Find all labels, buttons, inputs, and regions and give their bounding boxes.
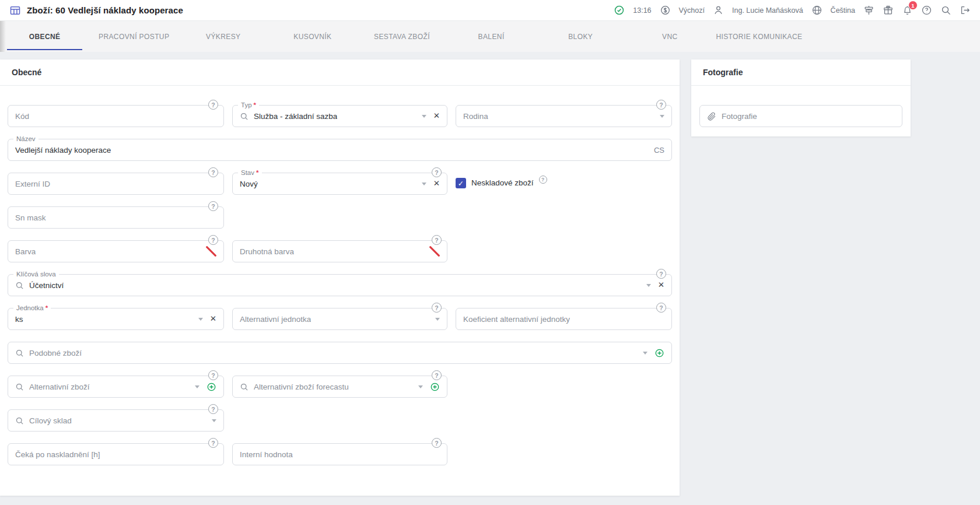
photos-panel-title: Fotografie (691, 59, 911, 86)
language-label[interactable]: Čeština (831, 6, 855, 15)
add-item-icon[interactable] (430, 382, 440, 392)
alternativni-zbozi-forecastu-field[interactable]: ? Alternativní zboží forecastu (232, 376, 447, 398)
alternativni-zbozi-forecastu-placeholder: Alternativní zboží forecastu (254, 383, 349, 391)
jednotka-field[interactable]: Jednotka* ks ✕ (8, 308, 224, 330)
field-help-icon[interactable]: ? (208, 438, 218, 448)
user-icon[interactable] (713, 5, 724, 16)
nazev-label: Název (13, 134, 38, 144)
jednotka-value: ks (15, 315, 23, 324)
tab-bloky[interactable]: BLOKY (536, 21, 625, 52)
field-help-icon[interactable]: ? (432, 167, 442, 177)
podobne-zbozi-placeholder: Podobné zboží (29, 349, 82, 357)
checkbox-checked-icon[interactable]: ✓ (456, 178, 466, 188)
tab-vnc[interactable]: VNC (625, 21, 715, 52)
tab-vykresy[interactable]: VÝKRESY (178, 21, 268, 52)
field-help-icon[interactable]: ? (208, 201, 218, 211)
klicova-slova-field[interactable]: Klíčová slova ? Účetnictví ✕ (8, 274, 672, 296)
profile-name[interactable]: Výchozí (679, 6, 705, 15)
general-panel: Obecné ? Kód Typ* Služba - základní sazb… (0, 59, 680, 496)
tab-historie-komunikace[interactable]: HISTORIE KOMUNIKACE (715, 21, 804, 52)
signpost-icon[interactable] (863, 5, 874, 16)
neskladove-zbozi-checkbox[interactable]: ✓ Neskladové zboží ? (456, 173, 547, 195)
clock-time: 13:16 (633, 6, 651, 15)
kod-field[interactable]: ? Kód (8, 105, 224, 127)
stav-label: Stav* (238, 168, 262, 178)
gift-icon[interactable] (883, 5, 894, 16)
clear-icon[interactable]: ✕ (210, 315, 216, 323)
druhotna-barva-field[interactable]: ? Druhotná barva (232, 240, 447, 262)
currency-icon[interactable] (660, 5, 671, 16)
add-item-icon[interactable] (206, 382, 216, 392)
field-help-icon[interactable]: ? (208, 100, 218, 110)
clear-icon[interactable]: ✕ (433, 180, 440, 188)
field-help-icon[interactable]: ? (208, 370, 218, 380)
typ-label: Typ* (238, 100, 259, 110)
field-help-icon[interactable]: ? (656, 100, 666, 110)
language-suffix: CS (654, 146, 664, 155)
alternativni-zbozi-field[interactable]: ? Alternativní zboží (8, 376, 224, 398)
dropdown-caret-icon[interactable] (195, 385, 200, 388)
kod-placeholder: Kód (15, 112, 29, 121)
rodina-field[interactable]: ? Rodina (456, 105, 672, 127)
user-name[interactable]: Ing. Lucie Maňásková (732, 6, 803, 15)
koeficient-field[interactable]: ? Koeficient alternativní jednotky (456, 308, 672, 330)
search-icon[interactable] (940, 5, 951, 16)
fotografie-upload-field[interactable]: Fotografie (699, 105, 902, 127)
tab-baleni[interactable]: BALENÍ (447, 21, 536, 52)
barva-field[interactable]: ? Barva (8, 240, 224, 262)
nazev-value: Vedlejší náklady kooperace (15, 146, 111, 155)
barva-placeholder: Barva (15, 247, 36, 256)
podobne-zbozi-field[interactable]: Podobné zboží (8, 342, 672, 364)
page-title: Zboží: 60 Vedlejší náklady kooperace (27, 5, 183, 15)
field-help-icon[interactable]: ? (208, 404, 218, 414)
notifications-bell-icon[interactable]: 1 (902, 5, 913, 16)
tab-bar: OBECNÉ PRACOVNÍ POSTUP VÝKRESY KUSOVNÍK … (0, 21, 980, 52)
sn-mask-field[interactable]: ? Sn mask (8, 206, 224, 229)
photos-panel: Fotografie Fotografie (691, 59, 911, 136)
tab-pracovni-postup[interactable]: PRACOVNÍ POSTUP (89, 21, 178, 52)
ceka-po-naskladneni-field[interactable]: ? Čeká po naskladnění [h] (8, 443, 224, 465)
dropdown-caret-icon[interactable] (643, 352, 648, 355)
stav-field[interactable]: Stav* ? Nový ✕ (232, 173, 447, 195)
nazev-field[interactable]: Název Vedlejší náklady kooperace CS (8, 139, 672, 161)
dropdown-caret-icon[interactable] (198, 318, 203, 321)
no-color-swatch-icon[interactable] (206, 246, 216, 257)
field-help-icon[interactable]: ? (432, 235, 442, 245)
dropdown-caret-icon[interactable] (422, 115, 426, 118)
cilovy-sklad-field[interactable]: ? Cílový sklad (8, 409, 224, 432)
field-help-icon[interactable]: ? (208, 167, 218, 177)
content-area: Obecné ? Kód Typ* Služba - základní sazb… (0, 52, 980, 505)
globe-icon[interactable] (811, 5, 822, 16)
field-help-icon[interactable]: ? (432, 438, 442, 448)
interni-hodnota-field[interactable]: ? Interní hodnota (232, 443, 447, 465)
search-icon (15, 416, 24, 425)
typ-field[interactable]: Typ* Služba - základní sazba ✕ (232, 105, 447, 127)
status-check-icon[interactable] (614, 5, 625, 16)
field-help-icon[interactable]: ? (539, 176, 547, 184)
koeficient-placeholder: Koeficient alternativní jednotky (463, 315, 570, 324)
externi-id-field[interactable]: ? Externí ID (8, 173, 224, 195)
help-icon[interactable] (921, 5, 932, 16)
field-help-icon[interactable]: ? (656, 269, 666, 279)
add-item-icon[interactable] (654, 348, 664, 358)
dropdown-caret-icon[interactable] (212, 419, 216, 422)
paperclip-icon (707, 111, 716, 121)
field-help-icon[interactable]: ? (208, 235, 218, 245)
field-help-icon[interactable]: ? (432, 303, 442, 313)
field-help-icon[interactable]: ? (432, 370, 442, 380)
tab-kusovnik[interactable]: KUSOVNÍK (268, 21, 357, 52)
dropdown-caret-icon[interactable] (646, 284, 651, 287)
dropdown-caret-icon[interactable] (418, 385, 423, 388)
dropdown-caret-icon[interactable] (435, 318, 440, 321)
field-help-icon[interactable]: ? (656, 303, 666, 313)
no-color-swatch-icon[interactable] (429, 246, 440, 257)
clear-icon[interactable]: ✕ (658, 281, 664, 289)
dropdown-caret-icon[interactable] (422, 183, 426, 185)
dropdown-caret-icon[interactable] (660, 115, 664, 118)
tab-sestava-zbozi[interactable]: SESTAVA ZBOŽÍ (357, 21, 446, 52)
notification-badge: 1 (908, 1, 918, 10)
tab-obecne[interactable]: OBECNÉ (0, 21, 89, 52)
clear-icon[interactable]: ✕ (433, 112, 440, 120)
alternativni-jednotka-field[interactable]: ? Alternativní jednotka (232, 308, 447, 330)
logout-icon[interactable] (960, 5, 971, 16)
